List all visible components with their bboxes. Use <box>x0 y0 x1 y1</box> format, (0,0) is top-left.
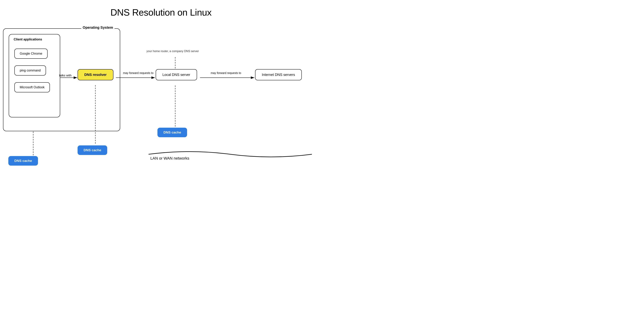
dns-cache-1: DNS cache <box>8 156 38 166</box>
dns-cache-box-3: DNS cache <box>158 128 187 137</box>
client-apps-label: Client applications <box>14 37 42 41</box>
home-router-note: your home router, a company DNS server <box>146 50 199 53</box>
diagram-container: Operating System Client applications Goo… <box>3 28 319 174</box>
dns-resolver-box: DNS resolver <box>78 69 114 80</box>
dns-cache-box-2: DNS cache <box>78 145 107 155</box>
client-apps-box: Client applications Google Chrome ping c… <box>9 34 60 117</box>
forward-label-1: may forward requests to <box>123 71 154 75</box>
talks-with-label: talks with <box>59 74 72 77</box>
app-box-outlook: Microsoft Outlook <box>14 82 50 92</box>
app-box-ping: ping command <box>14 65 46 75</box>
dns-cache-2: DNS cache <box>78 145 107 155</box>
forward-label-2: may forward requests to <box>211 71 241 75</box>
lan-wan-label: LAN or WAN networks <box>150 156 189 161</box>
app-box-chrome: Google Chrome <box>14 48 48 59</box>
local-dns-box: Local DNS server <box>156 69 197 80</box>
dns-cache-box-1: DNS cache <box>8 156 38 166</box>
page-title: DNS Resolution on Linux <box>0 0 322 28</box>
internet-dns-box: Internet DNS servers <box>255 69 302 80</box>
dns-cache-3: DNS cache <box>158 128 187 137</box>
os-label: Operating System <box>81 25 114 30</box>
